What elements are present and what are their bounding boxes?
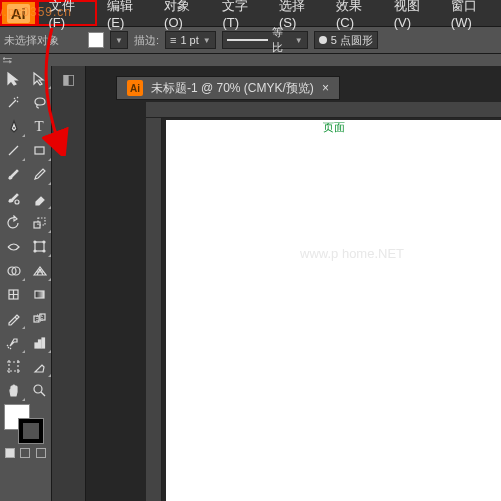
ai-file-icon: Ai [127,80,143,96]
blend-tool[interactable] [26,306,52,330]
stroke-width-field[interactable]: ≡1 pt▼ [165,31,216,49]
svg-rect-0 [35,147,44,154]
expand-icon[interactable]: ⮀ [2,55,12,66]
mesh-tool[interactable] [0,282,26,306]
pencil-tool[interactable] [26,162,52,186]
hand-tool[interactable] [0,378,26,402]
line-preview-icon [227,39,268,41]
draw-inside[interactable] [36,448,46,458]
menu-type[interactable]: 文字(T) [212,0,268,26]
direct-selection-tool[interactable] [26,66,52,90]
panel-collapse-bar: ⮀ [0,54,501,66]
selection-tool[interactable] [0,66,26,90]
svg-rect-16 [35,343,38,348]
scale-tool[interactable] [26,210,52,234]
panel-icon[interactable]: ◧ [52,66,85,92]
svg-rect-19 [9,362,18,371]
fill-swatch[interactable] [88,32,104,48]
artboard-tool[interactable] [0,354,26,378]
slice-tool[interactable] [26,354,52,378]
svg-point-7 [34,250,36,252]
menu-select[interactable]: 选择(S) [269,0,326,26]
watermark-center: www.p home.NET [300,246,404,261]
lasso-tool[interactable] [26,90,52,114]
pen-tool[interactable] [0,114,26,138]
svg-rect-17 [38,340,41,348]
color-controls [0,402,51,446]
close-tab-icon[interactable]: × [322,81,329,95]
document-area: Ai 未标题-1 @ 70% (CMYK/预览) × 页面 www.p home… [86,66,501,501]
shape-builder-tool[interactable] [0,258,26,282]
svg-point-8 [43,250,45,252]
ruler-vertical[interactable] [146,118,162,501]
menu-effect[interactable]: 效果(C) [326,0,384,26]
svg-rect-4 [35,242,44,251]
draw-modes [0,446,51,460]
width-tool[interactable] [0,234,26,258]
rectangle-tool[interactable] [26,138,52,162]
gradient-tool[interactable] [26,282,52,306]
fill-dropdown[interactable]: ▼ [110,31,128,49]
svg-rect-12 [35,291,44,298]
document-title: 未标题-1 @ 70% (CMYK/预览) [151,80,314,97]
watermark-overlay: 可乐软件网 www.pc0359.cn [0,0,90,22]
page-guide-label: 页面 [323,120,345,135]
options-bar: 未选择对象 ▼ 描边: ≡1 pt▼ 等比▼ 5 点圆形 [0,26,501,54]
svg-point-20 [34,385,42,393]
blob-brush-tool[interactable] [0,186,26,210]
column-graph-tool[interactable] [26,330,52,354]
artboard-canvas[interactable]: 页面 www.p home.NET [166,120,501,501]
zoom-tool[interactable] [26,378,52,402]
svg-rect-18 [42,338,45,348]
toolbox: T [0,66,52,501]
svg-point-5 [34,241,36,243]
symbol-sprayer-tool[interactable] [0,330,26,354]
stroke-profile[interactable]: 等比▼ [222,31,308,49]
menu-view[interactable]: 视图(V) [384,0,441,26]
svg-rect-2 [34,222,40,228]
menu-edit[interactable]: 编辑(E) [97,0,154,26]
ruler-horizontal[interactable] [146,102,501,118]
draw-behind[interactable] [20,448,30,458]
free-transform-tool[interactable] [26,234,52,258]
perspective-grid-tool[interactable] [26,258,52,282]
stroke-color[interactable] [18,418,44,444]
brush-preset[interactable]: 5 点圆形 [314,31,378,49]
svg-point-6 [43,241,45,243]
stroke-label: 描边: [134,33,159,48]
menu-window[interactable]: 窗口(W) [441,0,501,26]
no-selection-label: 未选择对象 [4,33,82,48]
document-tab[interactable]: Ai 未标题-1 @ 70% (CMYK/预览) × [116,76,340,100]
draw-normal[interactable] [5,448,15,458]
magic-wand-tool[interactable] [0,90,26,114]
eraser-tool[interactable] [26,186,52,210]
dot-icon [319,36,327,44]
type-tool[interactable]: T [26,114,52,138]
menu-object[interactable]: 对象(O) [154,0,212,26]
rotate-tool[interactable] [0,210,26,234]
panel-dock: ◧ [52,66,86,501]
paintbrush-tool[interactable] [0,162,26,186]
line-tool[interactable] [0,138,26,162]
svg-point-1 [15,200,19,204]
eyedropper-tool[interactable] [0,306,26,330]
